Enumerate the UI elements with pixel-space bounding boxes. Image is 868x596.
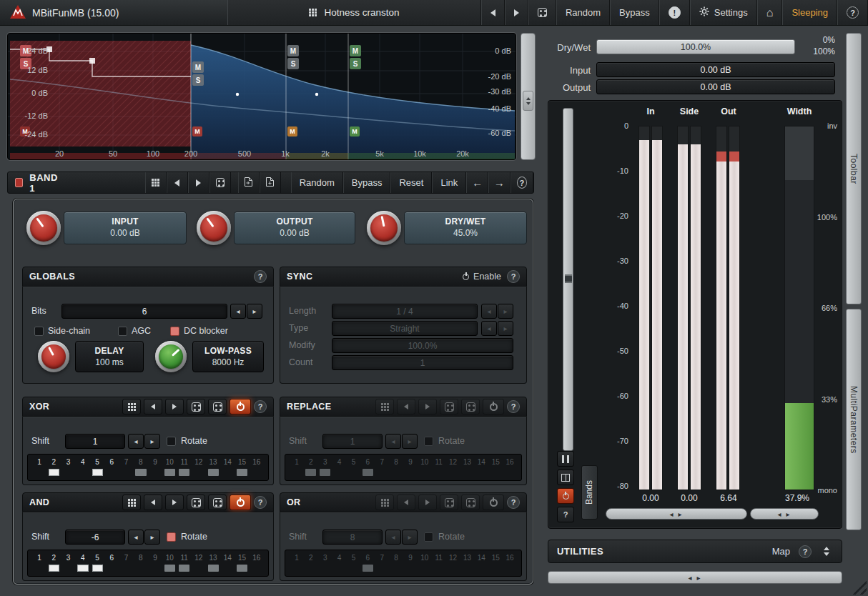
sleeping-button[interactable]: Sleeping bbox=[782, 0, 837, 25]
band3-side-badge[interactable]: S bbox=[287, 58, 299, 69]
replace-shift-slider[interactable]: 1 bbox=[322, 434, 383, 449]
xor-presets-button[interactable] bbox=[122, 399, 141, 414]
preset-button[interactable]: Hotness cranston bbox=[227, 0, 481, 25]
xor-help-button[interactable]: ? bbox=[254, 400, 267, 413]
and-shift-increment[interactable]: ▸ bbox=[144, 530, 160, 545]
band4-handle[interactable]: M bbox=[350, 126, 360, 136]
bit-cell-15[interactable] bbox=[237, 469, 247, 476]
band-help-button[interactable]: ? bbox=[511, 172, 533, 193]
meter-hscrollbar[interactable]: ◂ ▸ bbox=[606, 508, 747, 520]
replace-next-button[interactable] bbox=[418, 399, 437, 414]
bypass-button[interactable]: Bypass bbox=[610, 0, 659, 25]
bit-cell-9[interactable] bbox=[150, 565, 161, 572]
band3-mid-badge[interactable]: M bbox=[287, 45, 299, 56]
band-prev-button[interactable] bbox=[167, 172, 188, 193]
band-next-button[interactable] bbox=[188, 172, 209, 193]
bit-cell-1[interactable] bbox=[292, 469, 302, 476]
bit-cell-4[interactable] bbox=[77, 469, 88, 476]
band-output-value-box[interactable]: OUTPUT 0.00 dB bbox=[234, 212, 355, 244]
bit-cell-14[interactable] bbox=[222, 469, 233, 476]
help-button[interactable]: ? bbox=[837, 0, 868, 25]
or-shift-decrement[interactable]: ◂ bbox=[385, 530, 401, 545]
or-shift-slider[interactable]: 8 bbox=[322, 530, 383, 545]
bit-cell-10[interactable] bbox=[164, 565, 175, 572]
xor-shift-decrement[interactable]: ◂ bbox=[128, 434, 144, 449]
and-next-button[interactable] bbox=[165, 495, 184, 510]
bit-cell-3[interactable] bbox=[63, 469, 74, 476]
bit-cell-2[interactable] bbox=[305, 469, 316, 476]
settings-button[interactable]: Settings bbox=[690, 0, 757, 25]
bit-cell-4[interactable] bbox=[334, 565, 345, 572]
bit-cell-13[interactable] bbox=[462, 469, 473, 476]
delay-value-box[interactable]: DELAY 100 ms bbox=[75, 341, 144, 372]
bottom-hscrollbar[interactable]: ◂ ▸ bbox=[548, 571, 842, 584]
random-button[interactable]: Random bbox=[556, 0, 610, 25]
band-drywet-value-box[interactable]: DRY/WET 45.0% bbox=[404, 212, 527, 244]
bit-cell-5[interactable] bbox=[92, 469, 103, 476]
xor-random2-button[interactable] bbox=[208, 399, 227, 414]
utilities-help-button[interactable]: ? bbox=[799, 545, 812, 558]
bit-cell-2[interactable] bbox=[305, 565, 316, 572]
bit-cell-4[interactable] bbox=[334, 469, 345, 476]
bit-cell-8[interactable] bbox=[135, 469, 146, 476]
band-presets-button[interactable] bbox=[145, 172, 167, 193]
band-color-swatch[interactable] bbox=[15, 178, 23, 187]
xor-random-button[interactable] bbox=[187, 399, 205, 414]
bit-cell-10[interactable] bbox=[419, 469, 430, 476]
band-bypass-button[interactable]: Bypass bbox=[343, 172, 391, 193]
bit-cell-2[interactable] bbox=[49, 565, 59, 572]
and-random2-button[interactable] bbox=[208, 495, 227, 510]
xor-shift-slider[interactable]: 1 bbox=[65, 434, 125, 449]
bit-cell-2[interactable] bbox=[49, 469, 59, 476]
bit-cell-14[interactable] bbox=[222, 565, 233, 572]
replace-presets-button[interactable] bbox=[375, 399, 394, 414]
bit-cell-13[interactable] bbox=[462, 565, 473, 572]
next-preset-button[interactable] bbox=[505, 0, 528, 25]
resize-grip-icon[interactable] bbox=[523, 91, 533, 111]
band1-handle[interactable]: M bbox=[20, 126, 30, 136]
bit-cell-9[interactable] bbox=[405, 469, 416, 476]
and-presets-button[interactable] bbox=[122, 495, 141, 510]
type-increment-button[interactable]: ▸ bbox=[498, 321, 513, 336]
replace-help-button[interactable]: ? bbox=[507, 400, 520, 413]
bit-cell-14[interactable] bbox=[476, 565, 487, 572]
band4-side-badge[interactable]: S bbox=[350, 58, 361, 69]
bands-tab[interactable]: Bands bbox=[581, 465, 598, 520]
or-power-button[interactable] bbox=[483, 495, 504, 510]
and-power-button[interactable] bbox=[230, 495, 251, 510]
bit-cell-8[interactable] bbox=[391, 469, 402, 476]
or-rotate-checkbox[interactable] bbox=[424, 532, 433, 542]
band-link-button[interactable]: Link bbox=[432, 172, 466, 193]
bit-cell-6[interactable] bbox=[107, 565, 117, 572]
bit-cell-7[interactable] bbox=[121, 565, 132, 572]
bit-cell-1[interactable] bbox=[34, 565, 45, 572]
xor-shift-increment[interactable]: ▸ bbox=[144, 434, 160, 449]
bits-increment-button[interactable]: ▸ bbox=[247, 304, 262, 319]
spectrum-canvas[interactable] bbox=[8, 34, 516, 159]
map-button[interactable]: Map bbox=[772, 546, 790, 557]
lowpass-value-box[interactable]: LOW-PASS 8000 Hz bbox=[192, 341, 264, 372]
and-random-button[interactable] bbox=[187, 495, 205, 510]
bit-cell-10[interactable] bbox=[164, 469, 175, 476]
length-slider[interactable]: 1 / 4 bbox=[332, 304, 478, 319]
sync-help-button[interactable]: ? bbox=[507, 270, 520, 283]
delay-knob[interactable] bbox=[38, 341, 69, 372]
xor-prev-button[interactable] bbox=[144, 399, 162, 414]
bit-cell-3[interactable] bbox=[320, 469, 330, 476]
bit-cell-8[interactable] bbox=[391, 565, 402, 572]
modify-slider[interactable]: 100.0% bbox=[332, 338, 513, 353]
count-slider[interactable]: 1 bbox=[332, 355, 513, 370]
band-input-value-box[interactable]: INPUT 0.00 dB bbox=[64, 212, 187, 244]
info-button[interactable]: ! bbox=[659, 0, 690, 25]
bit-cell-9[interactable] bbox=[405, 565, 416, 572]
replace-prev-button[interactable] bbox=[397, 399, 415, 414]
bit-cell-11[interactable] bbox=[433, 565, 444, 572]
replace-rotate-checkbox[interactable] bbox=[424, 437, 433, 446]
replace-power-button[interactable] bbox=[483, 399, 504, 414]
bit-cell-13[interactable] bbox=[208, 469, 219, 476]
or-next-button[interactable] bbox=[418, 495, 437, 510]
bit-cell-6[interactable] bbox=[107, 469, 117, 476]
bit-cell-8[interactable] bbox=[135, 565, 146, 572]
bit-cell-3[interactable] bbox=[320, 565, 330, 572]
drywet-slider[interactable]: 100.0% bbox=[596, 39, 795, 54]
